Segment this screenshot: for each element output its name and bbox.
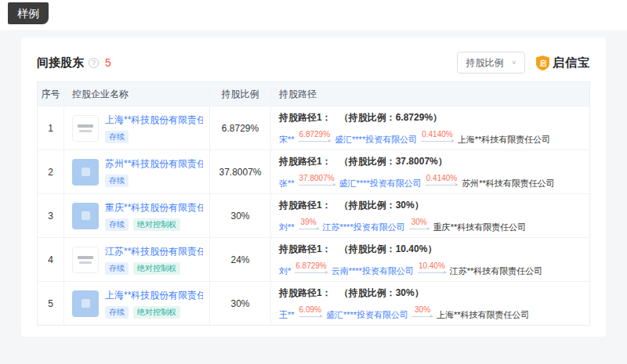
share-arrow: 6.8729%	[295, 261, 327, 273]
chain-entity-text: 重庆**科技有限责任公司	[433, 222, 527, 232]
chain-entity-text: 上海**科技有限责任公司	[437, 309, 530, 320]
arrow-percentage: 30%	[414, 305, 431, 314]
column-header-company: 控股企业名称	[64, 88, 210, 101]
share-arrow: 0.4140%	[421, 130, 453, 142]
path-title: 持股路径1：（持股比例：30%）	[279, 287, 424, 300]
indirect-shareholders-card: 间接股东 ? 5 持股比例 ∨ 启 启信宝 序号 控股企业名称 持股比例 持股路…	[21, 38, 606, 337]
arrow-percentage: 0.4140%	[426, 174, 458, 182]
ratio-value: 6.8729%	[210, 106, 271, 150]
table-body: 1 上海**科技股份有限责任公司 存续 6.8729% 持股路径1：（持股比例：…	[38, 106, 589, 325]
path-chain: 王**6.09%盛汇****投资有限公司30%上海**科技有限责任公司	[279, 305, 530, 320]
arrow-percentage: 39%	[300, 218, 317, 226]
chain-entity-text: 苏州**科技有限责任公司	[462, 178, 555, 189]
help-icon[interactable]: ?	[89, 58, 99, 68]
tag-status: 存续	[105, 218, 129, 231]
tag-status: 存续	[105, 175, 129, 187]
chain-entity-text: 江苏**科技有限责任公司	[450, 265, 543, 276]
table-row: 3 重庆**科技股份有限责任公司 存续绝对控制权 30% 持股路径1：（持股比例…	[38, 193, 589, 237]
row-index: 4	[38, 238, 64, 281]
path-chain: 宋**6.8729%盛汇****投资有限公司0.4140%上海**科技有限责任公…	[279, 130, 550, 145]
share-arrow: 6.09%	[299, 305, 322, 317]
tag-status: 存续	[105, 262, 129, 275]
company-info: 上海**科技股份有限责任公司 存续绝对控制权	[105, 289, 203, 319]
chain-entity-link[interactable]: 江苏****投资有限公司	[323, 222, 405, 232]
company-cell: 苏州**科技股份有限责任公司 存续	[64, 150, 210, 193]
row-index: 3	[38, 194, 64, 237]
company-link[interactable]: 上海**科技股份有限责任公司	[105, 114, 203, 127]
company-cell: 江苏**科技股份有限责任公司 存续绝对控制权	[64, 238, 210, 281]
path-label: 持股路径1：	[279, 112, 332, 123]
arrow-line-icon	[409, 229, 429, 229]
path-label: 持股路径1：	[279, 200, 332, 211]
page-title: 间接股东	[37, 56, 84, 70]
arrow-line-icon	[418, 272, 446, 273]
arrow-line-icon	[426, 185, 458, 186]
company-logo	[72, 159, 99, 186]
company-cell: 重庆**科技股份有限责任公司 存续绝对控制权	[64, 194, 210, 237]
ratio-value: 30%	[210, 194, 271, 237]
company-link[interactable]: 江苏**科技股份有限责任公司	[105, 245, 203, 258]
chain-entity-link[interactable]: 云南****投资有限公司	[332, 265, 414, 276]
chain-entity-link[interactable]: 刘*	[279, 265, 291, 276]
path-ratio: （持股比例：37.8007%）	[339, 156, 448, 167]
brand-logo: 启 启信宝	[536, 56, 590, 70]
arrow-percentage: 37.8007%	[299, 174, 335, 182]
path-label: 持股路径1：	[279, 156, 332, 167]
table-header-row: 序号 控股企业名称 持股比例 持股路径	[38, 82, 589, 106]
share-arrow: 30%	[412, 305, 433, 317]
arrow-line-icon	[299, 141, 331, 142]
path-ratio: （持股比例：30%）	[339, 200, 424, 211]
column-header-no: 序号	[38, 88, 64, 101]
tag-control: 绝对控制权	[133, 306, 180, 319]
company-link[interactable]: 重庆**科技股份有限责任公司	[105, 201, 203, 214]
arrow-percentage: 6.09%	[299, 305, 322, 314]
company-tags: 存续绝对控制权	[105, 306, 203, 319]
company-info: 上海**科技股份有限责任公司 存续	[105, 114, 203, 143]
company-link[interactable]: 上海**科技股份有限责任公司	[105, 289, 203, 302]
column-header-path: 持股路径	[271, 88, 589, 101]
share-arrow: 37.8007%	[299, 174, 335, 186]
path-chain: 张**37.8007%盛汇****投资有限公司0.4140%苏州**科技有限责任…	[279, 174, 555, 189]
company-info: 江苏**科技股份有限责任公司 存续绝对控制权	[105, 245, 203, 275]
path-cell: 持股路径1：（持股比例：30%） 刘**39%江苏****投资有限公司30%重庆…	[271, 194, 589, 237]
svg-text:启: 启	[538, 59, 546, 67]
path-title: 持股路径1：（持股比例：6.8729%）	[279, 111, 442, 124]
chain-entity-link[interactable]: 刘**	[279, 222, 295, 232]
company-info: 重庆**科技股份有限责任公司 存续绝对控制权	[105, 201, 203, 231]
chain-entity-link[interactable]: 盛汇****投资有限公司	[339, 178, 422, 189]
shareholder-count: 5	[105, 56, 111, 69]
chain-entity-link[interactable]: 王**	[279, 309, 295, 320]
tag-control: 绝对控制权	[133, 218, 180, 231]
path-cell: 持股路径1：（持股比例：10.40%） 刘*6.8729%云南****投资有限公…	[271, 238, 589, 281]
sort-dropdown-label: 持股比例	[466, 56, 503, 70]
path-chain: 刘*6.8729%云南****投资有限公司10.40%江苏**科技有限责任公司	[279, 261, 542, 276]
ratio-value: 30%	[210, 282, 271, 325]
path-title: 持股路径1：（持股比例：37.8007%）	[279, 155, 448, 168]
chain-entity-link[interactable]: 盛汇****投资有限公司	[326, 309, 408, 320]
row-index: 2	[38, 150, 64, 193]
path-ratio: （持股比例：6.8729%）	[339, 112, 442, 123]
sort-dropdown[interactable]: 持股比例 ∨	[457, 52, 525, 74]
chain-entity-link[interactable]: 张**	[279, 178, 295, 189]
arrow-percentage: 30%	[411, 218, 428, 226]
arrow-line-icon	[421, 141, 453, 142]
ratio-value: 24%	[210, 238, 271, 281]
share-arrow: 30%	[409, 218, 429, 229]
share-arrow: 39%	[299, 218, 319, 229]
share-arrow: 10.40%	[418, 261, 446, 273]
arrow-percentage: 10.40%	[418, 261, 446, 270]
chain-entity-link[interactable]: 宋**	[279, 134, 295, 145]
arrow-line-icon	[295, 272, 327, 273]
chain-entity-link[interactable]: 盛汇****投资有限公司	[335, 134, 417, 145]
card-header: 间接股东 ? 5 持股比例 ∨ 启 启信宝	[37, 52, 590, 74]
company-tags: 存续绝对控制权	[105, 262, 203, 275]
row-index: 1	[38, 106, 64, 150]
company-cell: 上海**科技股份有限责任公司 存续绝对控制权	[64, 282, 210, 325]
company-link[interactable]: 苏州**科技股份有限责任公司	[105, 157, 203, 171]
path-title: 持股路径1：（持股比例：30%）	[279, 199, 424, 212]
arrow-line-icon	[299, 185, 335, 186]
shield-icon: 启	[536, 56, 549, 70]
path-cell: 持股路径1：（持股比例：30%） 王**6.09%盛汇****投资有限公司30%…	[271, 282, 589, 325]
path-label: 持股路径1：	[279, 243, 332, 254]
company-logo	[72, 290, 99, 317]
